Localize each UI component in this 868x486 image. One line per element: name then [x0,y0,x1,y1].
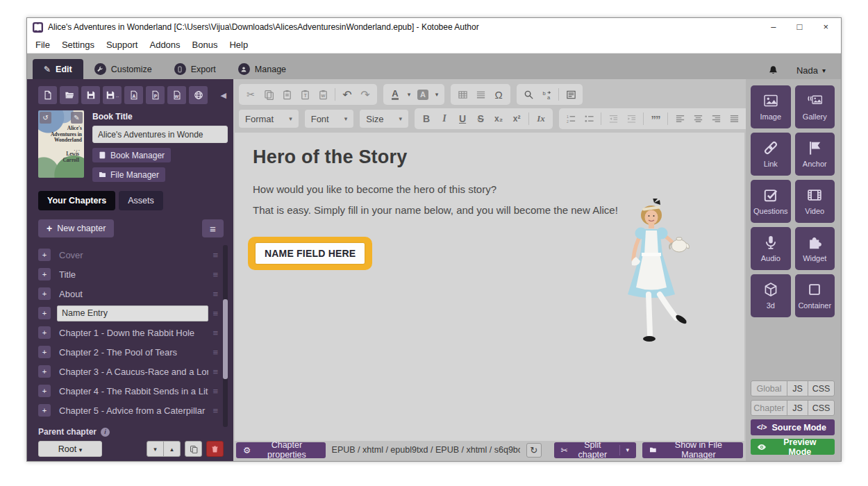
expand-chapter-button[interactable]: + [38,365,51,378]
scrollbar-thumb[interactable] [223,299,228,379]
strikethrough-button[interactable]: S [472,110,489,127]
info-icon[interactable]: i [101,428,110,437]
source-mode-button[interactable]: </> Source Mode [751,419,835,435]
drag-handle-icon[interactable]: ≡ [212,308,218,319]
export-web-button[interactable] [189,86,208,104]
chapter-row-3[interactable]: + Chapter 3 - A Caucus-Race and a Long T… [38,362,218,381]
chapter-list-menu-button[interactable]: ≡ [202,219,224,237]
paste-as-text-icon[interactable]: T [297,86,313,103]
menu-addons[interactable]: Addons [149,40,180,50]
font-dropdown[interactable]: Font▾ [305,110,354,128]
drag-handle-icon[interactable]: ≡ [212,367,218,377]
document-canvas[interactable]: Hero of the Story How would you like to … [235,133,744,441]
chapter-row-5[interactable]: + Chapter 5 - Advice from a Caterpillar … [38,401,218,420]
drag-handle-icon[interactable]: ≡ [212,289,218,299]
cut-icon[interactable]: ✂ [242,86,259,103]
chapter-heading[interactable]: Hero of the Story [253,146,726,168]
drag-handle-icon[interactable]: ≡ [212,250,218,260]
insert-table-icon[interactable] [454,86,471,103]
export-pdf-button[interactable]: A [124,86,143,104]
drag-handle-icon[interactable]: ≡ [212,386,218,396]
menu-support[interactable]: Support [106,40,138,50]
remove-format-button[interactable]: Ix [533,110,549,127]
drag-handle-icon[interactable]: ≡ [212,328,218,338]
chapter-name-input[interactable] [57,305,208,321]
align-center-icon[interactable] [690,110,706,127]
expand-chapter-button[interactable]: + [38,326,51,339]
insert-link-button[interactable]: Link [751,133,791,176]
superscript-button[interactable]: x² [508,110,525,127]
book-cover-thumbnail[interactable]: ↺ ✎ Alice's Adventures in Wonderland ...… [38,110,84,178]
menu-bonus[interactable]: Bonus [192,40,218,50]
subscript-button[interactable]: x₂ [490,110,507,127]
name-field-placeholder[interactable]: NAME FIELD HERE [256,243,365,264]
chapter-row-name-entry[interactable]: + ≡ [38,303,218,323]
bullet-list-icon[interactable] [581,110,597,127]
move-chapter-down-button[interactable]: ▾ [147,441,164,457]
export-word-button[interactable]: W [167,86,186,104]
replace-icon[interactable]: ba [538,86,555,103]
show-blocks-icon[interactable] [562,86,579,103]
new-book-button[interactable] [38,86,57,104]
maximize-button[interactable]: □ [797,22,803,33]
paste-icon[interactable] [278,86,295,103]
insert-gallery-button[interactable]: Gallery [795,85,835,128]
minimize-button[interactable]: – [771,22,776,33]
redo-icon[interactable]: ↷ [357,86,374,103]
insert-questions-button[interactable]: Questions [751,180,791,223]
chapter-js-button[interactable]: JS [787,400,808,416]
expand-chapter-button[interactable]: + [38,249,51,261]
delete-chapter-button[interactable] [206,441,224,457]
insert-video-button[interactable]: Video [795,180,835,223]
open-book-button[interactable] [60,86,78,104]
caret-down-icon[interactable]: ▾ [433,86,441,103]
chapter-row-cover[interactable]: + Cover ≡ [38,245,218,265]
insert-audio-button[interactable]: Audio [751,227,791,270]
chapter-row-title[interactable]: + Title ≡ [38,265,218,284]
insert-widget-button[interactable]: Widget [795,227,835,270]
parent-chapter-dropdown[interactable]: Root ▾ [38,441,102,457]
expand-chapter-button[interactable]: + [38,307,51,319]
global-css-button[interactable]: CSS [808,380,835,396]
global-js-button[interactable]: JS [787,380,808,396]
refresh-button[interactable]: ↻ [526,443,542,458]
special-character-icon[interactable]: Ω [490,86,507,103]
outdent-icon[interactable] [605,110,621,127]
italic-button[interactable]: I [436,110,453,127]
chapter-row-1[interactable]: + Chapter 1 - Down the Rabbit Hole ≡ [38,323,218,342]
find-icon[interactable] [520,86,537,103]
caret-down-icon[interactable]: ▾ [405,86,413,103]
align-left-icon[interactable] [671,110,688,127]
drag-handle-icon[interactable]: ≡ [212,405,218,416]
paste-from-word-icon[interactable]: W [315,86,331,103]
expand-chapter-button[interactable]: + [38,404,51,417]
tab-customize[interactable]: Customize [83,59,163,79]
expand-chapter-button[interactable]: + [38,346,51,358]
duplicate-chapter-button[interactable] [185,441,202,457]
tab-your-chapters[interactable]: Your Chapters [38,191,115,210]
undo-icon[interactable]: ↶ [339,86,356,103]
edit-cover-icon[interactable]: ✎ [71,112,83,124]
book-title-input[interactable] [92,126,228,143]
expand-chapter-button[interactable]: + [38,287,51,300]
close-button[interactable]: × [823,22,828,33]
collapse-sidebar-icon[interactable]: ◀ [221,91,228,100]
menu-settings[interactable]: Settings [62,40,94,50]
chapter-list-scrollbar[interactable] [223,245,228,427]
chapter-row-4[interactable]: + Chapter 4 - The Rabbit Sends in a Litt… [38,381,218,401]
tab-assets[interactable]: Assets [119,191,163,210]
save-as-button[interactable]: .. [103,86,122,104]
blockquote-icon[interactable]: ”” [647,110,664,127]
insert-container-button[interactable]: Container [795,274,835,317]
chapter-properties-button[interactable]: ⚙ Chapter properties [236,442,326,458]
insert-3d-button[interactable]: 3d [751,274,791,317]
background-color-icon[interactable]: A [415,86,431,103]
align-right-icon[interactable] [708,110,724,127]
tab-edit[interactable]: ✎ Edit [33,59,83,79]
new-chapter-button[interactable]: + New chapter [38,219,114,237]
preview-mode-button[interactable]: Preview Mode [751,439,835,455]
save-button[interactable] [81,86,100,104]
expand-chapter-button[interactable]: + [38,268,51,280]
paragraph[interactable]: How would you like to become the hero of… [253,183,726,195]
size-dropdown[interactable]: Size▾ [360,110,408,128]
